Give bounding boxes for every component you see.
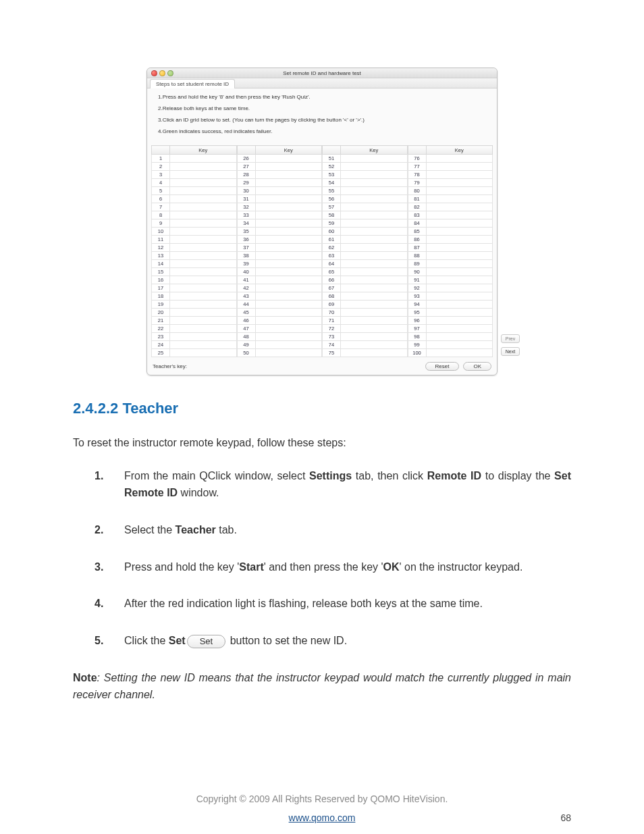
- id-key-cell[interactable]: [255, 260, 322, 268]
- id-key-cell[interactable]: [341, 179, 408, 187]
- id-key-cell[interactable]: [255, 155, 322, 163]
- id-key-cell[interactable]: [170, 155, 237, 163]
- id-key-cell[interactable]: [341, 252, 408, 260]
- id-key-cell[interactable]: [170, 211, 237, 219]
- id-key-cell[interactable]: [170, 260, 237, 268]
- id-key-cell[interactable]: [170, 341, 237, 349]
- id-key-cell[interactable]: [255, 276, 322, 284]
- id-key-cell[interactable]: [170, 195, 237, 203]
- prev-button[interactable]: Prev: [501, 334, 520, 343]
- id-key-cell[interactable]: [426, 252, 493, 260]
- id-key-cell[interactable]: [426, 195, 493, 203]
- id-key-cell[interactable]: [426, 325, 493, 333]
- id-key-cell[interactable]: [341, 203, 408, 211]
- id-key-cell[interactable]: [341, 219, 408, 228]
- id-key-cell[interactable]: [170, 203, 237, 211]
- id-key-cell[interactable]: [255, 333, 322, 341]
- tab-student-steps[interactable]: Steps to set student remote ID: [150, 79, 235, 88]
- id-key-cell[interactable]: [255, 292, 322, 301]
- id-key-cell[interactable]: [341, 228, 408, 236]
- id-key-cell[interactable]: [170, 325, 237, 333]
- id-key-cell[interactable]: [255, 187, 322, 195]
- id-key-cell[interactable]: [341, 211, 408, 219]
- id-key-cell[interactable]: [255, 268, 322, 276]
- id-key-cell[interactable]: [255, 228, 322, 236]
- footer-link[interactable]: www.qomo.com: [289, 812, 356, 823]
- id-key-cell[interactable]: [426, 309, 493, 317]
- id-key-cell[interactable]: [341, 309, 408, 317]
- id-key-cell[interactable]: [170, 333, 237, 341]
- id-key-cell[interactable]: [170, 171, 237, 179]
- id-key-cell[interactable]: [426, 179, 493, 187]
- id-key-cell[interactable]: [341, 195, 408, 203]
- id-key-cell[interactable]: [426, 211, 493, 219]
- id-key-cell[interactable]: [426, 187, 493, 195]
- id-key-cell[interactable]: [255, 171, 322, 179]
- id-key-cell[interactable]: [341, 155, 408, 163]
- id-key-cell[interactable]: [426, 155, 493, 163]
- id-key-cell[interactable]: [426, 260, 493, 268]
- id-key-cell[interactable]: [426, 317, 493, 325]
- id-key-cell[interactable]: [426, 228, 493, 236]
- id-key-cell[interactable]: [426, 163, 493, 171]
- id-key-cell[interactable]: [255, 317, 322, 325]
- id-key-cell[interactable]: [341, 187, 408, 195]
- id-key-cell[interactable]: [426, 219, 493, 228]
- id-key-cell[interactable]: [341, 325, 408, 333]
- id-key-cell[interactable]: [426, 333, 493, 341]
- id-key-cell[interactable]: [170, 292, 237, 301]
- id-key-cell[interactable]: [426, 171, 493, 179]
- id-key-cell[interactable]: [170, 309, 237, 317]
- id-key-cell[interactable]: [426, 268, 493, 276]
- id-key-cell[interactable]: [170, 349, 237, 357]
- id-key-cell[interactable]: [426, 203, 493, 211]
- id-key-cell[interactable]: [341, 349, 408, 357]
- id-key-cell[interactable]: [255, 203, 322, 211]
- id-key-cell[interactable]: [170, 228, 237, 236]
- id-key-cell[interactable]: [341, 236, 408, 244]
- id-key-cell[interactable]: [255, 236, 322, 244]
- id-key-cell[interactable]: [426, 276, 493, 284]
- id-key-cell[interactable]: [170, 284, 237, 292]
- id-key-cell[interactable]: [341, 244, 408, 252]
- reset-button[interactable]: Reset: [425, 362, 460, 371]
- id-key-cell[interactable]: [341, 260, 408, 268]
- next-button[interactable]: Next: [501, 347, 520, 356]
- id-key-cell[interactable]: [341, 292, 408, 301]
- id-key-cell[interactable]: [255, 349, 322, 357]
- id-key-cell[interactable]: [426, 244, 493, 252]
- id-key-cell[interactable]: [170, 268, 237, 276]
- id-key-cell[interactable]: [170, 317, 237, 325]
- id-key-cell[interactable]: [255, 244, 322, 252]
- id-key-cell[interactable]: [255, 219, 322, 228]
- id-key-cell[interactable]: [255, 195, 322, 203]
- id-key-cell[interactable]: [341, 341, 408, 349]
- id-key-cell[interactable]: [255, 179, 322, 187]
- id-key-cell[interactable]: [426, 284, 493, 292]
- id-key-cell[interactable]: [170, 219, 237, 228]
- id-key-cell[interactable]: [255, 284, 322, 292]
- id-key-cell[interactable]: [170, 244, 237, 252]
- id-key-cell[interactable]: [341, 268, 408, 276]
- id-key-cell[interactable]: [170, 187, 237, 195]
- id-key-cell[interactable]: [170, 301, 237, 309]
- id-key-cell[interactable]: [170, 179, 237, 187]
- id-key-cell[interactable]: [255, 163, 322, 171]
- id-key-cell[interactable]: [426, 341, 493, 349]
- id-key-cell[interactable]: [255, 211, 322, 219]
- id-key-cell[interactable]: [426, 349, 493, 357]
- id-key-cell[interactable]: [341, 333, 408, 341]
- id-key-cell[interactable]: [255, 341, 322, 349]
- id-key-cell[interactable]: [255, 325, 322, 333]
- id-key-cell[interactable]: [255, 252, 322, 260]
- id-key-cell[interactable]: [255, 309, 322, 317]
- id-key-cell[interactable]: [341, 171, 408, 179]
- id-key-cell[interactable]: [426, 236, 493, 244]
- id-key-cell[interactable]: [426, 292, 493, 301]
- ok-button[interactable]: OK: [463, 362, 491, 371]
- id-key-cell[interactable]: [341, 163, 408, 171]
- id-key-cell[interactable]: [170, 252, 237, 260]
- id-key-cell[interactable]: [426, 301, 493, 309]
- id-key-cell[interactable]: [341, 284, 408, 292]
- id-key-cell[interactable]: [170, 163, 237, 171]
